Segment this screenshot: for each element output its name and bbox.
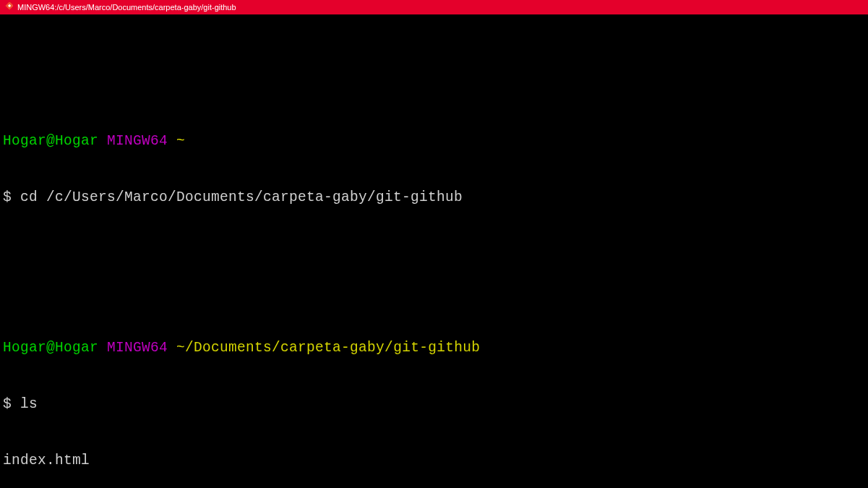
mingw-label: MINGW64 xyxy=(107,340,168,356)
command-line: $ cd /c/Users/Marco/Documents/carpeta-ga… xyxy=(3,188,865,207)
prompt-symbol: $ xyxy=(3,189,20,205)
user-host: Hogar@Hogar xyxy=(3,340,98,356)
prompt-symbol: $ xyxy=(3,396,20,412)
blank-line xyxy=(3,263,865,282)
command-text: ls xyxy=(20,396,38,412)
user-host: Hogar@Hogar xyxy=(3,133,98,149)
blank-line xyxy=(3,56,865,75)
window-titlebar[interactable]: MINGW64:/c/Users/Marco/Documents/carpeta… xyxy=(0,0,868,14)
prompt-line: Hogar@Hogar MINGW64 ~ xyxy=(3,132,865,150)
command-text: cd /c/Users/Marco/Documents/carpeta-gaby… xyxy=(20,189,463,205)
prompt-line: Hogar@Hogar MINGW64 ~/Documents/carpeta-… xyxy=(3,338,865,357)
window-title: MINGW64:/c/Users/Marco/Documents/carpeta… xyxy=(17,3,236,12)
output-line: index.html xyxy=(3,451,865,470)
cwd-path: ~/Documents/carpeta-gaby/git-github xyxy=(176,340,480,356)
command-line: $ ls xyxy=(3,395,865,414)
cwd-path: ~ xyxy=(176,133,185,149)
terminal-area[interactable]: Hogar@Hogar MINGW64 ~ $ cd /c/Users/Marc… xyxy=(0,14,868,488)
mingw-label: MINGW64 xyxy=(107,133,168,149)
app-icon xyxy=(3,2,13,12)
